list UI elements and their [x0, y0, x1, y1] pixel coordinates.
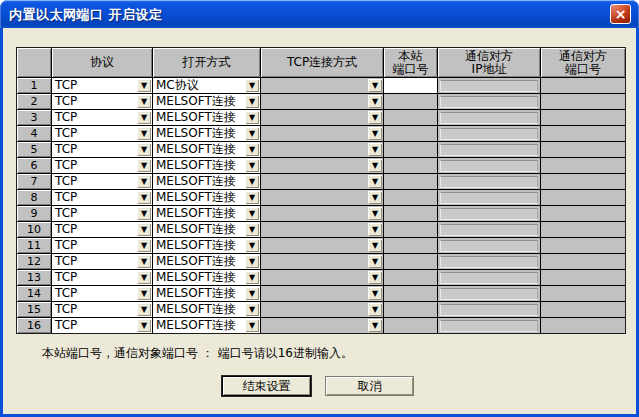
- cancel-button[interactable]: 取消: [325, 376, 414, 396]
- open-method-dropdown[interactable]: MELSOFT连接 ▼: [153, 206, 260, 221]
- chevron-down-icon[interactable]: ▼: [137, 303, 151, 316]
- protocol-dropdown[interactable]: TCP ▼: [52, 254, 152, 269]
- protocol-dropdown[interactable]: TCP ▼: [52, 78, 152, 93]
- chevron-down-icon[interactable]: ▼: [137, 255, 151, 268]
- protocol-dropdown[interactable]: TCP ▼: [52, 94, 152, 109]
- finish-settings-button[interactable]: 结束设置: [222, 376, 311, 396]
- chevron-down-icon[interactable]: ▼: [245, 143, 259, 156]
- open-method-dropdown[interactable]: MELSOFT连接 ▼: [153, 174, 260, 189]
- chevron-down-icon[interactable]: ▼: [245, 271, 259, 284]
- chevron-down-icon[interactable]: ▼: [137, 159, 151, 172]
- chevron-down-icon[interactable]: ▼: [137, 223, 151, 236]
- chevron-down-icon[interactable]: ▼: [368, 159, 382, 172]
- open-method-dropdown[interactable]: MELSOFT连接 ▼: [153, 110, 260, 125]
- tcp-mode-dropdown[interactable]: ▼: [261, 254, 383, 269]
- open-method-dropdown[interactable]: MELSOFT连接 ▼: [153, 190, 260, 205]
- chevron-down-icon[interactable]: ▼: [137, 175, 151, 188]
- chevron-down-icon[interactable]: ▼: [137, 271, 151, 284]
- open-method-dropdown[interactable]: MELSOFT连接 ▼: [153, 126, 260, 141]
- open-method-dropdown[interactable]: MELSOFT连接 ▼: [153, 222, 260, 237]
- chevron-down-icon[interactable]: ▼: [245, 255, 259, 268]
- chevron-down-icon[interactable]: ▼: [137, 111, 151, 124]
- open-method-dropdown[interactable]: MELSOFT连接 ▼: [153, 238, 260, 253]
- chevron-down-icon[interactable]: ▼: [368, 207, 382, 220]
- chevron-down-icon[interactable]: ▼: [245, 159, 259, 172]
- chevron-down-icon[interactable]: ▼: [368, 255, 382, 268]
- tcp-mode-dropdown[interactable]: ▼: [261, 238, 383, 253]
- tcp-mode-dropdown[interactable]: ▼: [261, 110, 383, 125]
- titlebar[interactable]: 内置以太网端口 开启设定 ×: [0, 0, 639, 28]
- open-method-dropdown[interactable]: MELSOFT连接 ▼: [153, 270, 260, 285]
- chevron-down-icon[interactable]: ▼: [137, 127, 151, 140]
- protocol-dropdown[interactable]: TCP ▼: [52, 222, 152, 237]
- open-method-dropdown[interactable]: MC协议 ▼: [153, 78, 260, 93]
- chevron-down-icon[interactable]: ▼: [245, 287, 259, 300]
- protocol-dropdown[interactable]: TCP ▼: [52, 286, 152, 301]
- chevron-down-icon[interactable]: ▼: [245, 191, 259, 204]
- tcp-mode-dropdown[interactable]: ▼: [261, 206, 383, 221]
- protocol-dropdown[interactable]: TCP ▼: [52, 302, 152, 317]
- chevron-down-icon[interactable]: ▼: [137, 95, 151, 108]
- protocol-dropdown[interactable]: TCP ▼: [52, 126, 152, 141]
- open-method-dropdown[interactable]: MELSOFT连接 ▼: [153, 254, 260, 269]
- chevron-down-icon[interactable]: ▼: [245, 207, 259, 220]
- protocol-dropdown[interactable]: TCP ▼: [52, 158, 152, 173]
- tcp-mode-dropdown[interactable]: ▼: [261, 174, 383, 189]
- chevron-down-icon[interactable]: ▼: [368, 239, 382, 252]
- open-method-dropdown[interactable]: MELSOFT连接 ▼: [153, 158, 260, 173]
- tcp-mode-dropdown[interactable]: ▼: [261, 318, 383, 333]
- tcp-mode-dropdown[interactable]: ▼: [261, 142, 383, 157]
- chevron-down-icon[interactable]: ▼: [368, 191, 382, 204]
- chevron-down-icon[interactable]: ▼: [245, 239, 259, 252]
- protocol-dropdown[interactable]: TCP ▼: [52, 318, 152, 333]
- tcp-mode-dropdown[interactable]: ▼: [261, 126, 383, 141]
- local-port-field[interactable]: [384, 78, 437, 93]
- chevron-down-icon[interactable]: ▼: [368, 95, 382, 108]
- tcp-mode-dropdown[interactable]: ▼: [261, 158, 383, 173]
- chevron-down-icon[interactable]: ▼: [137, 319, 151, 332]
- protocol-dropdown[interactable]: TCP ▼: [52, 190, 152, 205]
- chevron-down-icon[interactable]: ▼: [368, 175, 382, 188]
- chevron-down-icon[interactable]: ▼: [368, 143, 382, 156]
- open-method-dropdown[interactable]: MELSOFT连接 ▼: [153, 302, 260, 317]
- close-button[interactable]: ×: [610, 4, 631, 24]
- protocol-dropdown[interactable]: TCP ▼: [52, 270, 152, 285]
- tcp-mode-dropdown[interactable]: ▼: [261, 78, 383, 93]
- chevron-down-icon[interactable]: ▼: [245, 79, 259, 92]
- chevron-down-icon[interactable]: ▼: [368, 319, 382, 332]
- chevron-down-icon[interactable]: ▼: [368, 127, 382, 140]
- tcp-mode-dropdown[interactable]: ▼: [261, 302, 383, 317]
- chevron-down-icon[interactable]: ▼: [245, 223, 259, 236]
- chevron-down-icon[interactable]: ▼: [245, 111, 259, 124]
- chevron-down-icon[interactable]: ▼: [245, 319, 259, 332]
- chevron-down-icon[interactable]: ▼: [137, 287, 151, 300]
- chevron-down-icon[interactable]: ▼: [137, 239, 151, 252]
- chevron-down-icon[interactable]: ▼: [137, 191, 151, 204]
- protocol-dropdown[interactable]: TCP ▼: [52, 142, 152, 157]
- chevron-down-icon[interactable]: ▼: [368, 287, 382, 300]
- tcp-mode-dropdown[interactable]: ▼: [261, 94, 383, 109]
- protocol-dropdown[interactable]: TCP ▼: [52, 206, 152, 221]
- tcp-mode-dropdown[interactable]: ▼: [261, 190, 383, 205]
- chevron-down-icon[interactable]: ▼: [245, 303, 259, 316]
- chevron-down-icon[interactable]: ▼: [368, 303, 382, 316]
- protocol-dropdown[interactable]: TCP ▼: [52, 174, 152, 189]
- chevron-down-icon[interactable]: ▼: [137, 207, 151, 220]
- open-method-dropdown[interactable]: MELSOFT连接 ▼: [153, 286, 260, 301]
- chevron-down-icon[interactable]: ▼: [245, 95, 259, 108]
- chevron-down-icon[interactable]: ▼: [368, 223, 382, 236]
- open-method-dropdown[interactable]: MELSOFT连接 ▼: [153, 94, 260, 109]
- chevron-down-icon[interactable]: ▼: [245, 127, 259, 140]
- chevron-down-icon[interactable]: ▼: [245, 175, 259, 188]
- open-method-dropdown[interactable]: MELSOFT连接 ▼: [153, 142, 260, 157]
- tcp-mode-dropdown[interactable]: ▼: [261, 286, 383, 301]
- protocol-dropdown[interactable]: TCP ▼: [52, 110, 152, 125]
- chevron-down-icon[interactable]: ▼: [137, 79, 151, 92]
- chevron-down-icon[interactable]: ▼: [368, 271, 382, 284]
- tcp-mode-dropdown[interactable]: ▼: [261, 270, 383, 285]
- chevron-down-icon[interactable]: ▼: [368, 111, 382, 124]
- protocol-dropdown[interactable]: TCP ▼: [52, 238, 152, 253]
- tcp-mode-dropdown[interactable]: ▼: [261, 222, 383, 237]
- chevron-down-icon[interactable]: ▼: [137, 143, 151, 156]
- chevron-down-icon[interactable]: ▼: [368, 79, 382, 92]
